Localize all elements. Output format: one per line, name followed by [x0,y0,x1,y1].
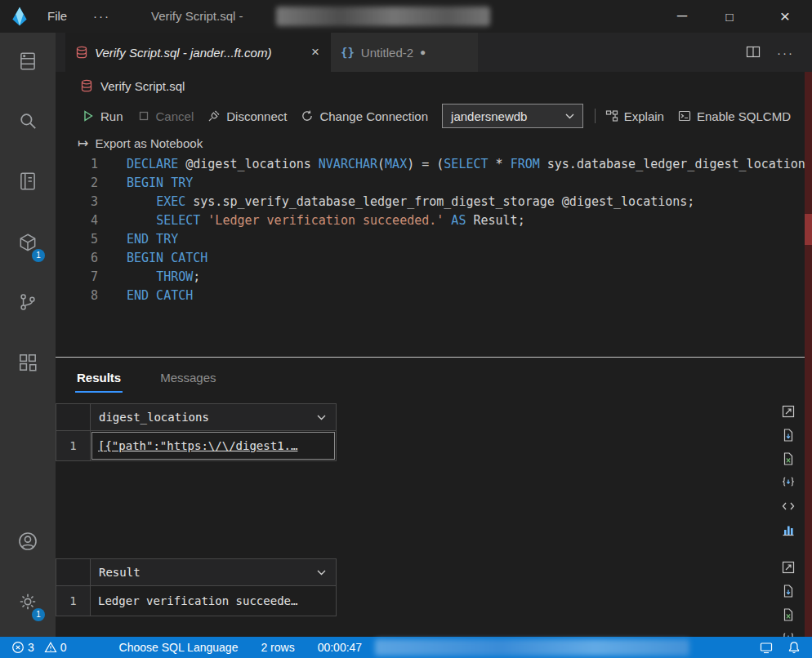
row-number-cell[interactable]: 1 [56,431,91,460]
code-line[interactable]: 8END CATCH [56,287,805,305]
save-as-csv-icon[interactable] [781,428,796,442]
line-number: 1 [56,155,98,174]
scrollbar-thumb[interactable] [805,214,812,245]
editor-overview-ruler[interactable] [805,72,812,637]
sidebar-item-objects[interactable]: 1 [0,223,56,262]
play-icon [82,109,95,122]
editor-tab-bar: Verify Script.sql - jander...ft.com) × {… [56,33,812,72]
panel-resize-sash[interactable] [56,357,805,358]
row-count-label: 2 rows [261,641,294,654]
tab-results[interactable]: Results [75,367,123,393]
enable-sqlcmd-label: Enable SQLCMD [697,109,791,123]
menu-file[interactable]: File [42,0,72,33]
menu-more-icon[interactable]: ··· [88,0,115,33]
save-as-csv-icon[interactable] [781,584,796,598]
table-row: 1 Ledger verification succeede… [56,586,336,616]
grid-corner-cell[interactable] [56,404,91,430]
cancel-label: Cancel [156,109,194,123]
results-grid-result: Result 1 Ledger verification succeede… [56,558,337,616]
code-line[interactable]: 4 SELECT 'Ledger verification succeeded.… [56,211,805,230]
database-icon [80,79,93,92]
activity-bar: 1 1 [0,33,56,637]
change-connection-button[interactable]: Change Connection [301,109,428,123]
status-bar: 3 0 Choose SQL Language 2 rows 00:00:47 [0,637,812,658]
close-button[interactable]: × [766,0,804,33]
line-number: 6 [56,249,98,268]
split-editor-icon[interactable] [746,45,761,60]
explain-label: Explain [624,109,664,123]
code-line[interactable]: 2BEGIN TRY [56,174,805,193]
tab-untitled-2[interactable]: {} Untitled-2 ● [331,33,478,72]
maximize-button[interactable]: □ [711,0,748,33]
cell-value: [{"path":"https:\/\/digest1.… [98,439,297,452]
query-plan-icon [605,109,618,122]
export-arrow-icon: ↦ [78,136,88,151]
settings-button[interactable]: 1 [0,582,56,621]
column-header[interactable]: Result [91,559,336,585]
minimize-button[interactable]: ─ [663,0,701,33]
save-as-excel-icon[interactable] [781,607,796,622]
code-editor[interactable]: 1DECLARE @digest_locations NVARCHAR(MAX)… [56,155,805,356]
tab-close-icon[interactable]: × [310,44,321,60]
tab-label: Untitled-2 [361,46,413,60]
grid-toolbar [776,560,801,646]
account-button[interactable] [0,522,56,561]
save-as-excel-icon[interactable] [781,451,796,466]
problems-indicator[interactable]: 3 0 [11,641,74,654]
tab-label: Verify Script.sql - jander...ft.com) [95,46,303,60]
sidebar-item-source-control[interactable] [0,282,56,322]
elapsed-time-status[interactable]: 00:00:47 [318,641,363,654]
search-icon [17,110,38,131]
warning-count: 0 [60,641,67,654]
maximize-grid-icon[interactable] [781,404,796,419]
tab-verify-script[interactable]: Verify Script.sql - jander...ft.com) × [65,33,331,72]
run-label: Run [100,109,123,123]
line-number: 7 [56,268,98,287]
enable-sqlcmd-button[interactable]: Enable SQLCMD [678,109,791,123]
code-line[interactable]: 6BEGIN CATCH [56,249,805,268]
redacted-status-text [375,639,689,656]
refresh-icon [301,109,314,122]
cast-icon[interactable] [760,641,773,654]
save-as-xml-icon[interactable] [781,499,796,514]
code-line[interactable]: 1DECLARE @digest_locations NVARCHAR(MAX)… [56,155,805,174]
cancel-button[interactable]: Cancel [137,109,194,123]
disconnect-button[interactable]: Disconnect [207,109,287,123]
language-label: Choose SQL Language [119,641,239,654]
grid-corner-cell[interactable] [56,559,91,585]
run-button[interactable]: Run [82,109,123,123]
row-number-cell[interactable]: 1 [56,586,91,616]
explain-button[interactable]: Explain [605,109,664,123]
maximize-grid-icon[interactable] [781,560,796,575]
sidebar-item-extensions[interactable] [0,343,56,382]
elapsed-time-label: 00:00:47 [318,641,363,654]
result-cell-link[interactable]: [{"path":"https:\/\/digest1.… [91,431,336,460]
editor-breadcrumb: Verify Script.sql [56,72,805,100]
result-cell[interactable]: Ledger verification succeede… [91,586,336,616]
code-line[interactable]: 5END TRY [56,230,805,249]
bell-icon[interactable] [787,641,801,654]
sidebar-item-notebooks[interactable] [0,162,56,201]
tab-actions: ··· [746,33,794,72]
tab-messages[interactable]: Messages [158,367,217,391]
row-count-status[interactable]: 2 rows [261,641,294,654]
export-as-notebook-button[interactable]: ↦ Export as Notebook [56,132,203,153]
connection-dropdown[interactable]: jandersnewdb [442,104,583,128]
chart-icon[interactable] [781,522,796,537]
code-line[interactable]: 3 EXEC sys.sp_verify_database_ledger_fro… [56,193,805,211]
grid-header-row: digest_locations [56,404,336,431]
code-line[interactable]: 7 THROW; [56,268,805,287]
sidebar-item-search[interactable] [0,101,56,140]
notebook-icon [17,171,38,192]
results-tab-label: Results [77,371,121,385]
save-as-json-icon[interactable] [781,475,796,490]
change-connection-label: Change Connection [319,109,428,123]
messages-tab-label: Messages [160,371,216,385]
window-title: Verify Script.sql - [151,0,243,33]
sidebar-item-connections[interactable] [0,42,56,81]
column-header[interactable]: digest_locations [91,404,336,430]
title-bar: File ··· Verify Script.sql - ─ □ × [0,0,812,33]
language-mode-button[interactable]: Choose SQL Language [119,641,239,654]
more-actions-icon[interactable]: ··· [777,46,794,60]
line-number: 5 [56,230,98,249]
